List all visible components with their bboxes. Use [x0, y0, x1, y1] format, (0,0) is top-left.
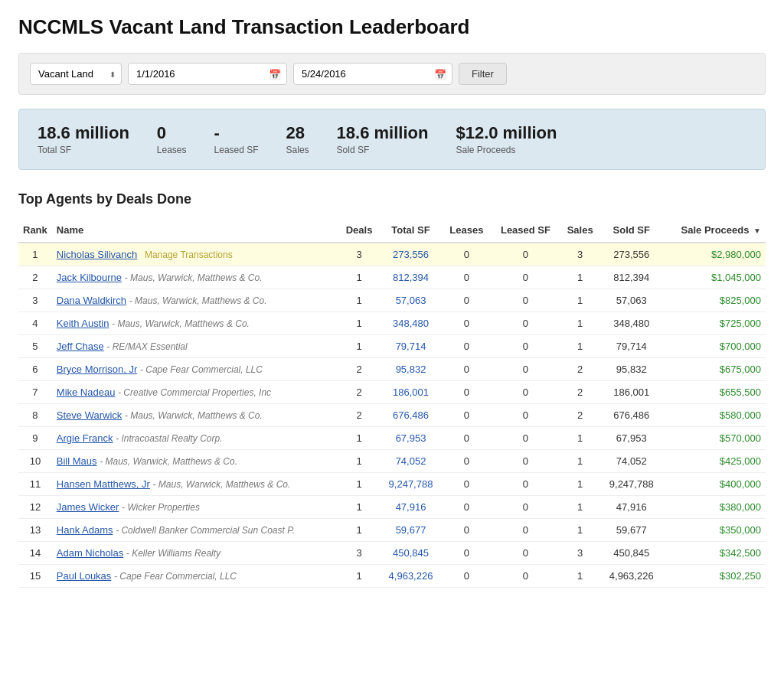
table-row: 9 Argie Franck - Intracoastal Realty Cor… — [18, 427, 766, 450]
leases-cell: 0 — [442, 381, 492, 404]
stat-sold-sf-value: 18.6 million — [337, 123, 429, 143]
name-cell: Keith Austin - Maus, Warwick, Matthews &… — [52, 312, 338, 335]
sale-proceeds-cell: $1,045,000 — [662, 266, 766, 289]
sales-cell: 2 — [560, 404, 600, 427]
th-deals: Deals — [338, 218, 380, 243]
deals-cell: 1 — [338, 565, 380, 588]
agent-link[interactable]: Hank Adams — [57, 524, 113, 536]
stat-sale-proceeds-label: Sale Proceeds — [456, 145, 557, 155]
deals-cell: 1 — [338, 496, 380, 519]
agent-link[interactable]: Dana Waldkirch — [57, 295, 126, 306]
leases-cell: 0 — [442, 565, 492, 588]
total-sf-cell: 79,714 — [380, 335, 442, 358]
property-type-select[interactable]: Vacant Land Office Retail Industrial — [30, 63, 122, 85]
deals-cell: 2 — [338, 381, 380, 404]
name-cell: Hansen Matthews, Jr - Maus, Warwick, Mat… — [52, 473, 338, 496]
agent-link[interactable]: James Wicker — [57, 501, 119, 513]
total-sf-cell: 57,063 — [380, 289, 442, 312]
sold-sf-cell: 67,953 — [600, 427, 662, 450]
agent-link[interactable]: Nicholas Silivanch — [57, 249, 138, 260]
date-to-wrapper: 📅 — [293, 63, 452, 85]
leased-sf-cell: 0 — [492, 473, 560, 496]
total-sf-cell: 95,832 — [380, 358, 442, 381]
agent-company: - Cape Fear Commercial, LLC — [140, 364, 263, 375]
date-from-wrapper: 📅 — [128, 63, 287, 85]
stats-bar: 18.6 million Total SF 0 Leases - Leased … — [18, 109, 766, 170]
date-to-input[interactable] — [293, 63, 452, 85]
agent-link[interactable]: Keith Austin — [57, 318, 109, 329]
th-total-sf: Total SF — [380, 218, 442, 243]
stat-total-sf: 18.6 million Total SF — [38, 123, 129, 155]
rank-cell: 9 — [18, 427, 52, 450]
th-sale-proceeds[interactable]: Sale Proceeds ▼ — [662, 218, 766, 243]
total-sf-cell: 9,247,788 — [380, 473, 442, 496]
agent-company: - Maus, Warwick, Matthews & Co. — [125, 410, 263, 421]
total-sf-cell: 186,001 — [380, 381, 442, 404]
table-row: 7 Mike Nadeau - Creative Commercial Prop… — [18, 381, 766, 404]
sale-proceeds-cell: $580,000 — [662, 404, 766, 427]
sale-proceeds-cell: $570,000 — [662, 427, 766, 450]
leased-sf-cell: 0 — [492, 427, 560, 450]
leaderboard-table: Rank Name Deals Total SF Leases Leased S… — [18, 218, 766, 588]
th-sold-sf: Sold SF — [600, 218, 662, 243]
stat-sale-proceeds: $12.0 million Sale Proceeds — [456, 123, 557, 155]
leased-sf-cell: 0 — [492, 565, 560, 588]
rank-cell: 11 — [18, 473, 52, 496]
sold-sf-cell: 95,832 — [600, 358, 662, 381]
sales-cell: 1 — [560, 312, 600, 335]
leases-cell: 0 — [442, 404, 492, 427]
deals-cell: 2 — [338, 404, 380, 427]
agent-link[interactable]: Paul Loukas — [57, 570, 112, 582]
leased-sf-cell: 0 — [492, 335, 560, 358]
date-from-input[interactable] — [128, 63, 287, 85]
agent-company: - Cape Fear Commercial, LLC — [114, 571, 237, 582]
deals-cell: 3 — [338, 542, 380, 565]
rank-cell: 5 — [18, 335, 52, 358]
name-cell: Nicholas Silivanch Manage Transactions — [52, 243, 338, 266]
leases-cell: 0 — [442, 427, 492, 450]
agent-link[interactable]: Hansen Matthews, Jr — [57, 478, 150, 490]
filter-button[interactable]: Filter — [459, 63, 507, 85]
agent-link[interactable]: Bryce Morrison, Jr — [57, 364, 137, 375]
deals-cell: 1 — [338, 519, 380, 542]
deals-cell: 1 — [338, 427, 380, 450]
leases-cell: 0 — [442, 335, 492, 358]
agent-link[interactable]: Mike Nadeau — [57, 386, 116, 398]
name-cell: Jeff Chase - RE/MAX Essential — [52, 335, 338, 358]
deals-cell: 1 — [338, 312, 380, 335]
leases-cell: 0 — [442, 358, 492, 381]
sale-proceeds-cell: $725,000 — [662, 312, 766, 335]
stat-sales: 28 Sales — [286, 123, 309, 155]
agent-link[interactable]: Bill Maus — [57, 455, 97, 467]
name-cell: Bill Maus - Maus, Warwick, Matthews & Co… — [52, 450, 338, 473]
table-row: 15 Paul Loukas - Cape Fear Commercial, L… — [18, 565, 766, 588]
stat-total-sf-value: 18.6 million — [38, 123, 129, 143]
rank-cell: 13 — [18, 519, 52, 542]
sales-cell: 2 — [560, 381, 600, 404]
sold-sf-cell: 812,394 — [600, 266, 662, 289]
agent-link[interactable]: Jeff Chase — [57, 341, 104, 352]
leased-sf-cell: 0 — [492, 404, 560, 427]
agent-link[interactable]: Jack Kilbourne — [57, 272, 122, 283]
sales-cell: 3 — [560, 542, 600, 565]
total-sf-cell: 74,052 — [380, 450, 442, 473]
agent-company: - Intracoastal Realty Corp. — [116, 433, 222, 444]
name-cell: Steve Warwick - Maus, Warwick, Matthews … — [52, 404, 338, 427]
table-row: 13 Hank Adams - Coldwell Banker Commerci… — [18, 519, 766, 542]
agent-link[interactable]: Adam Nicholas — [57, 547, 123, 559]
manage-transactions-link[interactable]: Manage Transactions — [145, 249, 233, 260]
agent-link[interactable]: Steve Warwick — [57, 409, 122, 421]
rank-cell: 8 — [18, 404, 52, 427]
sales-cell: 1 — [560, 335, 600, 358]
stat-leases-label: Leases — [157, 145, 187, 155]
sold-sf-cell: 47,916 — [600, 496, 662, 519]
agent-link[interactable]: Argie Franck — [57, 432, 113, 444]
total-sf-cell: 812,394 — [380, 266, 442, 289]
deals-cell: 2 — [338, 358, 380, 381]
rank-cell: 1 — [18, 243, 52, 266]
page-title: NCCMLS Vacant Land Transaction Leaderboa… — [18, 15, 766, 39]
stat-leased-sf-value: - — [214, 123, 259, 143]
stat-sales-label: Sales — [286, 145, 309, 155]
table-header: Rank Name Deals Total SF Leases Leased S… — [18, 218, 766, 243]
sold-sf-cell: 676,486 — [600, 404, 662, 427]
